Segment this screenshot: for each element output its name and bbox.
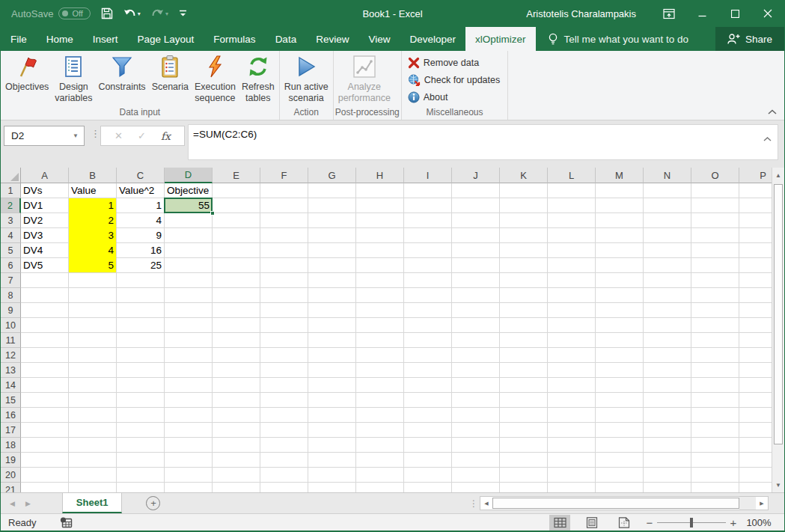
cell-A9[interactable]: [21, 303, 69, 318]
cell-E15[interactable]: [213, 393, 260, 408]
cell-D20[interactable]: [165, 468, 213, 483]
cell-N9[interactable]: [644, 303, 691, 318]
cell-F9[interactable]: [260, 303, 308, 318]
cell-H3[interactable]: [356, 213, 404, 228]
cell-K19[interactable]: [500, 453, 548, 468]
cell-M8[interactable]: [596, 288, 644, 303]
run-active-scenaria-button[interactable]: Run active scenaria: [281, 51, 332, 106]
cell-I5[interactable]: [404, 243, 452, 258]
zoom-in-button[interactable]: +: [727, 516, 739, 529]
zoom-slider-thumb[interactable]: [690, 518, 693, 528]
cell-G9[interactable]: [308, 303, 356, 318]
cell-J8[interactable]: [452, 288, 500, 303]
cell-M15[interactable]: [596, 393, 644, 408]
cell-N4[interactable]: [644, 228, 691, 243]
cell-G20[interactable]: [308, 468, 356, 483]
row-header-1[interactable]: 1: [1, 183, 21, 198]
row-header-14[interactable]: 14: [1, 378, 21, 393]
cell-N14[interactable]: [644, 378, 691, 393]
cell-C3[interactable]: 4: [117, 213, 165, 228]
cell-J12[interactable]: [452, 348, 500, 363]
cell-M16[interactable]: [596, 408, 644, 423]
cell-H9[interactable]: [356, 303, 404, 318]
cell-K9[interactable]: [500, 303, 548, 318]
cell-K3[interactable]: [500, 213, 548, 228]
cell-P7[interactable]: [739, 273, 772, 288]
cell-N12[interactable]: [644, 348, 691, 363]
cell-J2[interactable]: [452, 198, 500, 213]
cell-C21[interactable]: [117, 483, 165, 492]
column-header-C[interactable]: C: [117, 168, 165, 183]
undo-dropdown-icon[interactable]: ▾: [138, 10, 141, 17]
autosave-pill[interactable]: Off: [58, 7, 90, 19]
cell-H7[interactable]: [356, 273, 404, 288]
cell-H13[interactable]: [356, 363, 404, 378]
cell-D6[interactable]: [165, 258, 213, 273]
page-break-view-button[interactable]: [614, 515, 635, 531]
cell-O1[interactable]: [691, 183, 739, 198]
cell-D19[interactable]: [165, 453, 213, 468]
cell-N3[interactable]: [644, 213, 691, 228]
cell-P4[interactable]: [739, 228, 772, 243]
cell-J20[interactable]: [452, 468, 500, 483]
cell-B11[interactable]: [69, 333, 117, 348]
cell-O16[interactable]: [691, 408, 739, 423]
cell-J7[interactable]: [452, 273, 500, 288]
row-header-13[interactable]: 13: [1, 363, 21, 378]
record-macro-button[interactable]: [59, 516, 73, 528]
column-header-I[interactable]: I: [404, 168, 452, 183]
scroll-left-icon[interactable]: ◀: [480, 497, 492, 510]
column-header-E[interactable]: E: [213, 168, 260, 183]
cell-I21[interactable]: [404, 483, 452, 492]
cell-G13[interactable]: [308, 363, 356, 378]
cell-G17[interactable]: [308, 423, 356, 438]
cell-O4[interactable]: [691, 228, 739, 243]
cell-D1[interactable]: Objective: [165, 183, 213, 198]
cell-F14[interactable]: [260, 378, 308, 393]
cell-E13[interactable]: [213, 363, 260, 378]
cell-B19[interactable]: [69, 453, 117, 468]
cell-P14[interactable]: [739, 378, 772, 393]
cell-F12[interactable]: [260, 348, 308, 363]
cell-L15[interactable]: [548, 393, 596, 408]
cell-M4[interactable]: [596, 228, 644, 243]
about-button[interactable]: About: [408, 89, 448, 106]
cell-N11[interactable]: [644, 333, 691, 348]
next-sheet-icon[interactable]: ▶: [25, 500, 31, 507]
cell-A17[interactable]: [21, 423, 69, 438]
cell-A16[interactable]: [21, 408, 69, 423]
cell-J10[interactable]: [452, 318, 500, 333]
horizontal-scrollbar[interactable]: ◀ ▶: [480, 496, 769, 510]
tab-xloptimizer[interactable]: xlOptimizer: [465, 27, 536, 51]
cell-M10[interactable]: [596, 318, 644, 333]
column-header-O[interactable]: O: [691, 168, 739, 183]
column-header-A[interactable]: A: [21, 168, 69, 183]
cell-A18[interactable]: [21, 438, 69, 453]
cell-F19[interactable]: [260, 453, 308, 468]
cell-J16[interactable]: [452, 408, 500, 423]
cell-A19[interactable]: [21, 453, 69, 468]
cell-E5[interactable]: [213, 243, 260, 258]
tab-insert[interactable]: Insert: [83, 27, 128, 51]
cell-J21[interactable]: [452, 483, 500, 492]
cell-E20[interactable]: [213, 468, 260, 483]
cell-E1[interactable]: [213, 183, 260, 198]
cell-D5[interactable]: [165, 243, 213, 258]
cell-C5[interactable]: 16: [117, 243, 165, 258]
column-header-K[interactable]: K: [500, 168, 548, 183]
cell-F10[interactable]: [260, 318, 308, 333]
cell-C18[interactable]: [117, 438, 165, 453]
cell-E12[interactable]: [213, 348, 260, 363]
cell-M18[interactable]: [596, 438, 644, 453]
row-header-20[interactable]: 20: [1, 468, 21, 483]
cell-D17[interactable]: [165, 423, 213, 438]
cell-D16[interactable]: [165, 408, 213, 423]
cell-N17[interactable]: [644, 423, 691, 438]
cell-I17[interactable]: [404, 423, 452, 438]
cell-K12[interactable]: [500, 348, 548, 363]
cell-A6[interactable]: DV5: [21, 258, 69, 273]
cell-A5[interactable]: DV4: [21, 243, 69, 258]
cell-A3[interactable]: DV2: [21, 213, 69, 228]
cell-H20[interactable]: [356, 468, 404, 483]
cell-E2[interactable]: [213, 198, 260, 213]
